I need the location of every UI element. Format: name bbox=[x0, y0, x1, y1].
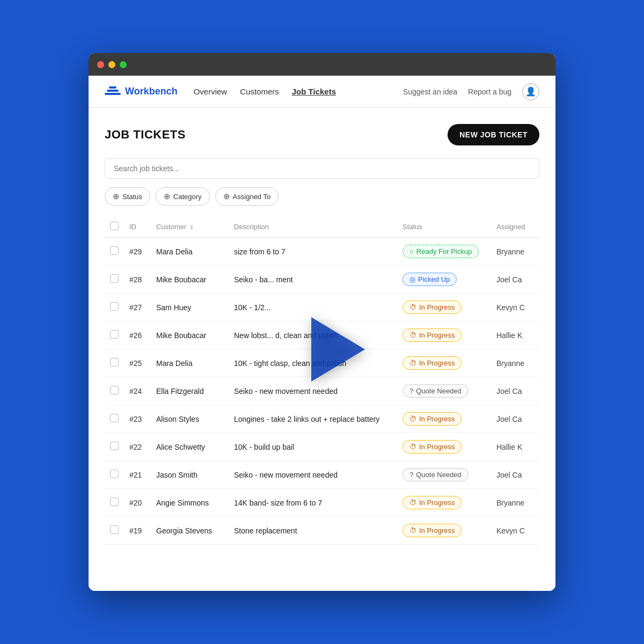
row-id: #23 bbox=[124, 405, 151, 433]
navbar: Workbench Overview Customers Job Tickets… bbox=[89, 76, 555, 108]
row-customer: Ella Fitzgerald bbox=[151, 377, 229, 405]
svg-rect-0 bbox=[105, 93, 121, 95]
close-button[interactable] bbox=[97, 61, 104, 68]
row-assigned: Hallie K bbox=[491, 433, 539, 461]
row-checkbox[interactable] bbox=[110, 525, 119, 534]
user-avatar[interactable]: 👤 bbox=[522, 83, 539, 100]
nav-overview[interactable]: Overview bbox=[194, 87, 228, 96]
row-checkbox-cell bbox=[105, 238, 124, 266]
row-assigned: Joel Ca bbox=[491, 405, 539, 433]
status-label: In Progress bbox=[419, 415, 455, 423]
row-checkbox[interactable] bbox=[110, 497, 119, 506]
maximize-button[interactable] bbox=[120, 61, 127, 68]
row-description: Stone replacement bbox=[229, 517, 397, 545]
nav-links: Overview Customers Job Tickets bbox=[194, 87, 403, 96]
select-all-checkbox[interactable] bbox=[110, 222, 119, 230]
plus-circle-icon: ⊕ bbox=[113, 192, 120, 201]
row-assigned: Joel Ca bbox=[491, 461, 539, 489]
row-checkbox-cell bbox=[105, 349, 124, 377]
row-checkbox[interactable] bbox=[110, 386, 119, 394]
table-row: #24 Ella Fitzgerald Seiko - new movement… bbox=[105, 377, 539, 405]
row-checkbox[interactable] bbox=[110, 470, 119, 478]
status-icon: ⏱ bbox=[409, 526, 416, 535]
nav-job-tickets[interactable]: Job Tickets bbox=[292, 87, 336, 96]
suggest-idea-link[interactable]: Suggest an idea bbox=[403, 87, 457, 96]
status-icon: ○ bbox=[409, 247, 414, 255]
new-job-ticket-button[interactable]: NEW JOB TICKET bbox=[448, 124, 539, 145]
row-id: #24 bbox=[124, 377, 151, 405]
row-description: Seiko - ba... ment bbox=[229, 266, 397, 294]
row-checkbox[interactable] bbox=[110, 442, 119, 450]
main-content: JOB TICKETS NEW JOB TICKET ⊕ Status ⊕ Ca… bbox=[89, 108, 555, 591]
row-checkbox[interactable] bbox=[110, 358, 119, 367]
row-checkbox[interactable] bbox=[110, 330, 119, 339]
row-id: #21 bbox=[124, 461, 151, 489]
row-assigned: Bryanne bbox=[491, 238, 539, 266]
filter-status[interactable]: ⊕ Status bbox=[105, 187, 150, 206]
row-customer: Mike Boubacar bbox=[151, 266, 229, 294]
row-assigned: Kevyn C bbox=[491, 517, 539, 545]
status-icon: ⏱ bbox=[409, 331, 416, 339]
row-id: #22 bbox=[124, 433, 151, 461]
report-bug-link[interactable]: Report a bug bbox=[468, 87, 511, 96]
row-checkbox-cell bbox=[105, 266, 124, 294]
row-status: ◎ Picked Up bbox=[397, 266, 491, 294]
svg-rect-2 bbox=[109, 86, 116, 89]
row-customer: Sam Huey bbox=[151, 294, 229, 321]
row-status: ⏱ In Progress bbox=[397, 294, 491, 321]
table-row: #28 Mike Boubacar Seiko - ba... ment ◎ P… bbox=[105, 266, 539, 294]
row-checkbox-cell bbox=[105, 517, 124, 545]
filter-assigned-to[interactable]: ⊕ Assigned To bbox=[215, 187, 279, 206]
row-description: 10K - tight clasp, clean and polish bbox=[229, 349, 397, 377]
row-status: ⏱ In Progress bbox=[397, 489, 491, 517]
row-id: #19 bbox=[124, 517, 151, 545]
status-icon: ⏱ bbox=[409, 499, 416, 507]
row-description: Seiko - new movement needed bbox=[229, 377, 397, 405]
row-description: 10K - 1/2... bbox=[229, 294, 397, 321]
row-customer: Georgia Stevens bbox=[151, 517, 229, 545]
page-header: JOB TICKETS NEW JOB TICKET bbox=[105, 124, 539, 145]
col-select-all bbox=[105, 216, 124, 238]
row-checkbox-cell bbox=[105, 377, 124, 405]
row-assigned: Bryanne bbox=[491, 489, 539, 517]
row-description: New lobst... d, clean and polish bbox=[229, 321, 397, 349]
row-description: Longines - take 2 links out + replace ba… bbox=[229, 405, 397, 433]
status-icon: ? bbox=[409, 387, 413, 395]
row-status: ? Quote Needed bbox=[397, 461, 491, 489]
row-status: ○ Ready For Pickup bbox=[397, 238, 491, 266]
row-description: size from 6 to 7 bbox=[229, 238, 397, 266]
table-row: #26 Mike Boubacar New lobst... d, clean … bbox=[105, 321, 539, 349]
row-customer: Mara Delia bbox=[151, 349, 229, 377]
row-checkbox[interactable] bbox=[110, 246, 119, 255]
row-id: #20 bbox=[124, 489, 151, 517]
status-label: In Progress bbox=[419, 526, 455, 535]
col-header-status: Status bbox=[397, 216, 491, 238]
col-header-id: ID bbox=[124, 216, 151, 238]
table-row: #23 Alison Styles Longines - take 2 link… bbox=[105, 405, 539, 433]
row-assigned: Hallie K bbox=[491, 321, 539, 349]
svg-rect-1 bbox=[107, 90, 119, 92]
table-row: #27 Sam Huey 10K - 1/2... ⏱ In Progress … bbox=[105, 294, 539, 321]
row-checkbox-cell bbox=[105, 294, 124, 321]
row-checkbox[interactable] bbox=[110, 274, 119, 283]
logo-icon bbox=[105, 85, 121, 98]
nav-customers[interactable]: Customers bbox=[240, 87, 279, 96]
status-label: In Progress bbox=[419, 303, 455, 311]
status-label: In Progress bbox=[419, 359, 455, 367]
row-checkbox[interactable] bbox=[110, 414, 119, 422]
status-label: Quote Needed bbox=[416, 471, 462, 479]
row-checkbox-cell bbox=[105, 489, 124, 517]
row-customer: Mike Boubacar bbox=[151, 321, 229, 349]
col-header-customer[interactable]: Customer ⇕ bbox=[151, 216, 229, 238]
filters: ⊕ Status ⊕ Category ⊕ Assigned To bbox=[105, 187, 539, 206]
page-title: JOB TICKETS bbox=[105, 128, 186, 142]
row-status: ? Quote Needed bbox=[397, 377, 491, 405]
row-checkbox[interactable] bbox=[110, 302, 119, 311]
status-icon: ⏱ bbox=[409, 443, 416, 451]
col-header-description: Description bbox=[229, 216, 397, 238]
minimize-button[interactable] bbox=[108, 61, 115, 68]
nav-right: Suggest an idea Report a bug 👤 bbox=[403, 83, 539, 100]
col-header-assigned: Assigned bbox=[491, 216, 539, 238]
filter-category[interactable]: ⊕ Category bbox=[156, 187, 210, 206]
search-input[interactable] bbox=[105, 158, 539, 179]
